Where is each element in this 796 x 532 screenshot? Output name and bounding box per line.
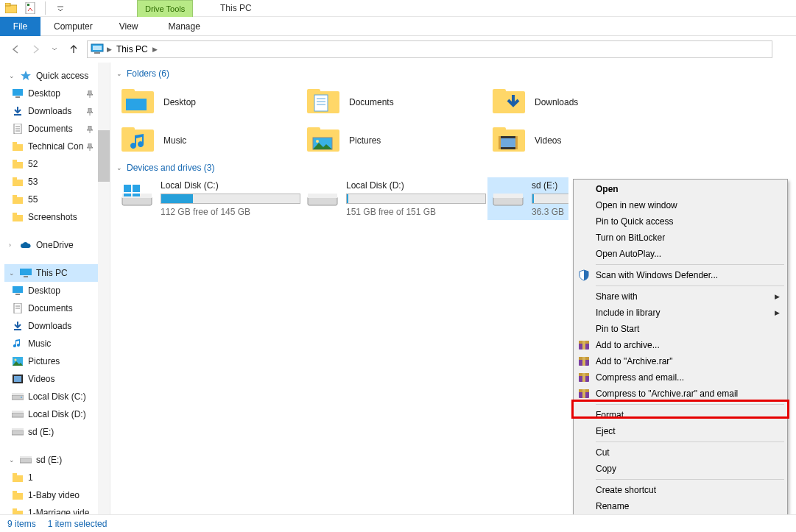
ctx-pin-start[interactable]: Pin to Start xyxy=(575,321,786,337)
tree-onedrive[interactable]: › OneDrive xyxy=(4,236,110,254)
drive-c[interactable]: Local Disk (C:) 112 GB free of 145 GB xyxy=(116,177,302,220)
scrollbar-thumb[interactable] xyxy=(98,130,110,182)
svg-point-67 xyxy=(316,140,319,143)
svg-rect-23 xyxy=(13,213,17,216)
status-selected-count: 1 item selected xyxy=(48,519,108,529)
tree-item[interactable]: Documents xyxy=(4,299,110,317)
svg-rect-48 xyxy=(13,491,17,494)
chevron-right-icon[interactable]: › xyxy=(9,241,15,249)
folder-pictures[interactable]: Pictures xyxy=(302,121,487,160)
svg-rect-56 xyxy=(314,95,328,111)
tree-label: 52 xyxy=(28,159,38,169)
ctx-create-shortcut[interactable]: Create shortcut xyxy=(575,482,786,498)
desktop-icon xyxy=(12,88,24,99)
tree-screenshots[interactable]: Screenshots xyxy=(4,208,110,226)
ctx-pin-quick-access[interactable]: Pin to Quick access xyxy=(575,213,786,230)
folder-icon xyxy=(12,472,24,483)
tree-item[interactable]: 1-Marriage vide xyxy=(4,504,110,514)
file-tab[interactable]: File xyxy=(0,17,40,36)
ctx-cut[interactable]: Cut xyxy=(575,444,786,461)
tree-53[interactable]: 53 xyxy=(4,173,110,191)
pictures-icon xyxy=(306,127,340,155)
qat-dropdown-icon[interactable] xyxy=(54,1,67,15)
chevron-down-icon[interactable]: ⌄ xyxy=(116,70,122,77)
folder-documents[interactable]: Documents xyxy=(302,83,487,121)
group-header-drives[interactable]: ⌄ Devices and drives (3) xyxy=(116,163,790,173)
tree-label: Documents xyxy=(28,124,73,134)
back-button[interactable] xyxy=(7,40,25,58)
chevron-down-icon[interactable]: ⌄ xyxy=(9,269,15,277)
tree-item[interactable]: Videos xyxy=(4,370,110,388)
tree-item[interactable]: Pictures xyxy=(4,352,110,370)
tree-52[interactable]: 52 xyxy=(4,155,110,173)
folder-videos[interactable]: Videos xyxy=(487,121,673,160)
ctx-share-with[interactable]: Share with▶ xyxy=(575,288,786,305)
folder-icon[interactable] xyxy=(4,1,18,15)
scrollbar[interactable] xyxy=(98,63,110,514)
ctx-open-new-window[interactable]: Open in new window xyxy=(575,197,786,213)
ctx-defender[interactable]: Scan with Windows Defender... xyxy=(575,267,786,283)
desktop-icon xyxy=(12,285,24,297)
ctx-autoplay[interactable]: Open AutoPlay... xyxy=(575,246,786,262)
chevron-right-icon[interactable]: ▶ xyxy=(107,46,112,53)
folder-music[interactable]: Music xyxy=(116,121,302,160)
ctx-rename[interactable]: Rename xyxy=(575,498,786,514)
ctx-eject[interactable]: Eject xyxy=(575,423,786,439)
chevron-down-icon[interactable]: ⌄ xyxy=(9,456,15,464)
tree-label: Videos xyxy=(28,374,54,384)
tree-item[interactable]: Desktop xyxy=(4,282,110,299)
tree-item[interactable]: Downloads xyxy=(4,317,110,335)
folder-desktop[interactable]: Desktop xyxy=(116,83,302,121)
drive-icon xyxy=(306,180,339,208)
tree-this-pc[interactable]: ⌄ This PC xyxy=(4,264,110,282)
ctx-copy[interactable]: Copy xyxy=(575,461,786,477)
tree-item[interactable]: Music xyxy=(4,335,110,352)
tree-item[interactable]: sd (E:) xyxy=(4,423,110,441)
ctx-open[interactable]: Open xyxy=(575,181,786,197)
up-button[interactable] xyxy=(65,40,82,58)
folder-downloads[interactable]: Downloads xyxy=(487,83,673,121)
forward-button[interactable] xyxy=(27,40,44,58)
tree-documents[interactable]: Documents xyxy=(4,120,110,138)
tree-55[interactable]: 55 xyxy=(4,191,110,208)
drive-icon xyxy=(20,454,32,466)
tree-item[interactable]: 1 xyxy=(4,469,110,486)
group-header-label: Devices and drives (3) xyxy=(127,163,214,173)
drive-title: Local Disk (C:) xyxy=(161,180,300,191)
ctx-add-archive-rar[interactable]: Add to "Archive.rar" xyxy=(575,353,786,369)
tree-downloads[interactable]: Downloads xyxy=(4,102,110,120)
address-bar[interactable]: ▶ This PC ▶ xyxy=(87,40,772,58)
tree-item[interactable]: 1-Baby video xyxy=(4,486,110,504)
manage-tab[interactable]: Manage xyxy=(151,17,216,36)
chevron-right-icon: ▶ xyxy=(775,293,780,300)
chevron-down-icon[interactable]: ⌄ xyxy=(116,164,122,171)
svg-rect-63 xyxy=(121,127,135,132)
tree-desktop[interactable]: Desktop xyxy=(4,85,110,102)
breadcrumb-this-pc[interactable]: This PC xyxy=(112,41,152,57)
ctx-compress-rar-email[interactable]: Compress to "Archive.rar" and email xyxy=(575,386,786,402)
computer-tab[interactable]: Computer xyxy=(40,17,106,36)
tree-quick-access[interactable]: ⌄ Quick access xyxy=(4,67,110,85)
tree-technical[interactable]: Technical Con xyxy=(4,138,110,155)
view-tab[interactable]: View xyxy=(106,17,152,36)
tree-item[interactable]: Local Disk (D:) xyxy=(4,405,110,423)
drive-icon xyxy=(12,391,24,402)
svg-rect-17 xyxy=(13,160,17,163)
ctx-bitlocker[interactable]: Turn on BitLocker xyxy=(575,230,786,246)
ctx-add-archive[interactable]: Add to archive... xyxy=(575,337,786,353)
chevron-right-icon[interactable]: ▶ xyxy=(152,46,158,53)
tree-item[interactable]: Local Disk (C:) xyxy=(4,388,110,405)
properties-icon[interactable] xyxy=(24,1,37,15)
drive-d[interactable]: Local Disk (D:) 151 GB free of 151 GB xyxy=(302,177,487,220)
ctx-include-library[interactable]: Include in library▶ xyxy=(575,305,786,321)
music-icon xyxy=(121,127,155,155)
recent-locations-button[interactable] xyxy=(46,40,63,58)
folder-label: Pictures xyxy=(349,135,381,146)
tree-sd[interactable]: ⌄ sd (E:) xyxy=(4,451,110,469)
chevron-down-icon[interactable]: ⌄ xyxy=(9,72,15,79)
winrar-icon xyxy=(578,355,590,367)
group-header-folders[interactable]: ⌄ Folders (6) xyxy=(116,68,790,79)
ctx-compress-email[interactable]: Compress and email... xyxy=(575,369,786,386)
drive-e[interactable]: sd (E:) 36.3 GB xyxy=(487,177,568,220)
ctx-format[interactable]: Format... xyxy=(575,407,786,423)
